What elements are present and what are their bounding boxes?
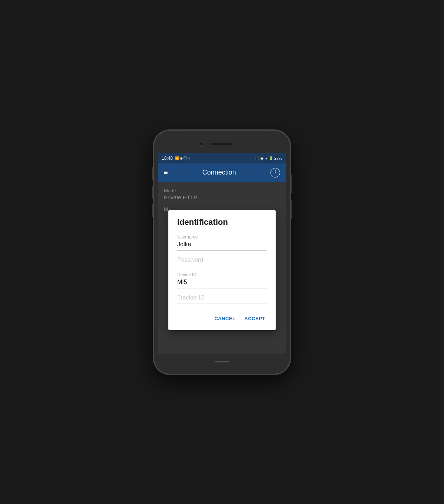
status-left: 18:48 📶 ◉ Ⓟ ⚠ [162,156,191,161]
status-right: 📳 ◉ ▲ 🔋 27% [255,156,282,160]
gps-icon: ◉ [260,156,263,160]
app-bar: ≡ Connection i [158,163,286,182]
tracker-id-field[interactable]: Tracker ID [177,294,267,304]
device-id-label: Device ID [177,272,267,277]
bottom-bezel [158,354,286,370]
phone-frame: 18:48 📶 ◉ Ⓟ ⚠ 📳 ◉ ▲ 🔋 27% ≡ Connection [154,130,290,374]
parking-icon: Ⓟ [184,156,187,160]
username-label: Username [177,234,267,240]
info-icon-label: i [275,170,276,176]
hamburger-icon[interactable]: ≡ [164,169,168,176]
battery-icon: 🔋 [269,156,273,160]
status-bar: 18:48 📶 ◉ Ⓟ ⚠ 📳 ◉ ▲ 🔋 27% [158,153,286,163]
username-field[interactable]: Username Jolka [177,234,267,251]
top-bezel [158,135,286,153]
wifi-slash-icon: 📶 [175,156,179,160]
tracker-id-placeholder: Tracker ID [177,294,267,304]
screen: 18:48 📶 ◉ Ⓟ ⚠ 📳 ◉ ▲ 🔋 27% ≡ Connection [158,153,286,354]
identification-dialog: Identification Username Jolka Password D… [168,210,276,330]
camera [200,142,204,146]
speaker [211,143,233,145]
warning-icon: ⚠ [188,156,191,160]
info-icon[interactable]: i [270,168,280,177]
accept-button[interactable]: ACCEPT [243,313,267,324]
vibrate-icon: 📳 [255,156,259,160]
dialog-title: Identification [177,217,267,227]
phone-inner: 18:48 📶 ◉ Ⓟ ⚠ 📳 ◉ ▲ 🔋 27% ≡ Connection [158,135,286,370]
device-id-value: MI5 [177,279,267,288]
username-value: Jolka [177,241,267,251]
app-title: Connection [202,169,236,176]
location-icon: ◉ [180,156,183,160]
signal-icon: ▲ [265,156,268,160]
password-placeholder: Password [177,257,267,266]
status-time: 18:48 [162,156,173,161]
dialog-actions: CANCEL ACCEPT [177,313,267,324]
device-id-field[interactable]: Device ID MI5 [177,272,267,288]
battery-level: 27% [274,156,282,160]
content-area: Mode Private HTTP Id Identification User… [158,182,286,354]
cancel-button[interactable]: CANCEL [213,313,237,324]
password-field[interactable]: Password [177,257,267,266]
home-indicator [215,361,229,362]
